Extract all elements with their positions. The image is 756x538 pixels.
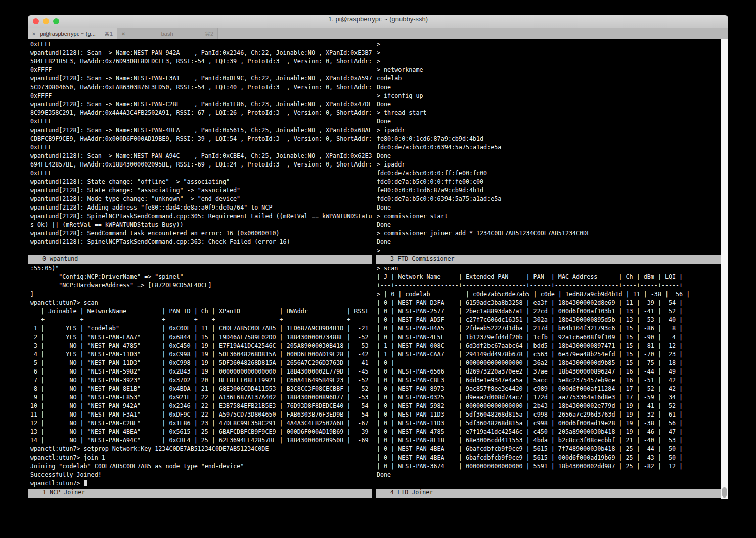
window-title: 1. pi@raspberrypi: ~ (gnubby-ssh) [28, 15, 728, 28]
wpanctl-cli-text: :55:05)" "Config:NCP:DriverName" => "spi… [28, 264, 372, 479]
window-titlebar[interactable]: 1. pi@raspberrypi: ~ (gnubby-ssh) [28, 15, 728, 28]
pane-status-ftd-joiner[interactable]: 4 FTD Joiner [376, 489, 721, 498]
pane-status-wpantund[interactable]: 0 wpantund [28, 255, 372, 264]
pane-ftd-joiner[interactable]: > scan | J | Network Name | Extended PAN… [376, 264, 721, 498]
tab-ssh-session[interactable]: ✕ pi@raspberrypi: ~ (g... ⌘1 [28, 28, 117, 39]
tab-shortcut: ⌘2 [205, 31, 213, 37]
prompt-text: wpanctl:utun7> [30, 480, 84, 487]
tab-shortcut: ⌘1 [104, 31, 113, 37]
pane-status-ftd-commissioner[interactable]: 3 FTD Commissioner [376, 255, 721, 264]
text-cursor [84, 480, 87, 486]
pane-status-ncp-joiner[interactable]: 1 NCP Joiner [28, 489, 372, 498]
joiner-cli-text: > scan | J | Network Name | Extended PAN… [376, 264, 721, 479]
tab-label: bash [129, 31, 204, 37]
tab-close-icon[interactable]: ✕ [32, 31, 36, 37]
iterm-window: 1. pi@raspberrypi: ~ (gnubby-ssh) ✕ pi@r… [28, 15, 728, 502]
tab-bash[interactable]: ✕ bash ⌘2 [117, 28, 218, 39]
tab-bar: ✕ pi@raspberrypi: ~ (g... ⌘1 ✕ bash ⌘2 [28, 28, 728, 39]
tab-label: pi@raspberrypi: ~ (g... [40, 31, 95, 37]
pane-wpantund[interactable]: 0xFFFF wpantund[2128]: Scan -> Name:NEST… [28, 39, 372, 264]
scrollbar-thumb[interactable] [722, 487, 727, 498]
tab-close-icon[interactable]: ✕ [121, 31, 125, 37]
desktop-background: 1. pi@raspberrypi: ~ (gnubby-ssh) ✕ pi@r… [0, 0, 756, 538]
shell-prompt-line[interactable]: wpanctl:utun7> [28, 479, 372, 488]
wpantund-log-text: 0xFFFF wpantund[2128]: Scan -> Name:NEST… [28, 39, 372, 246]
pane-ftd-commissioner[interactable]: > > > > networkname codelab Done > ifcon… [376, 39, 721, 264]
commissioner-cli-text: > > > > networkname codelab Done > ifcon… [376, 39, 721, 255]
terminal-area: 0xFFFF wpantund[2128]: Scan -> Name:NEST… [28, 39, 728, 502]
scrollbar-track[interactable] [721, 39, 728, 499]
pane-ncp-joiner[interactable]: :55:05)" "Config:NCP:DriverName" => "spi… [28, 264, 372, 498]
